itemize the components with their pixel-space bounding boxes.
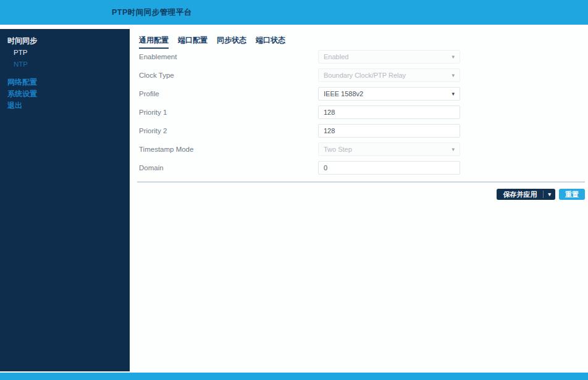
sidebar-item-system-settings[interactable]: 系统设置 (7, 88, 130, 100)
sidebar-item-network-config[interactable]: 网络配置 (7, 76, 130, 88)
enablement-select: Enabled ▾ (318, 50, 460, 64)
domain-input[interactable] (318, 161, 460, 175)
tab-general-config[interactable]: 通用配置 (139, 35, 169, 49)
sidebar: 时间同步 PTP NTP 网络配置 系统设置 退出 (0, 29, 130, 371)
form-row-priority-1: Priority 1 (139, 105, 460, 119)
tab-sync-status[interactable]: 同步状态 (217, 35, 246, 49)
main-content: 通用配置 端口配置 同步状态 端口状态 Enablement Enabled ▾… (130, 29, 588, 371)
chevron-down-icon: ▾ (452, 147, 455, 152)
form-actions-divider (137, 181, 585, 183)
chevron-down-icon[interactable]: ▾ (544, 189, 555, 200)
reset-button[interactable]: 重置 (559, 189, 585, 200)
sidebar-item-ntp[interactable]: NTP (14, 59, 130, 70)
form-row-timestamp-mode: Timestamp Mode Two Step ▾ (139, 142, 460, 156)
tab-port-status[interactable]: 端口状态 (256, 35, 285, 49)
timestamp-mode-label: Timestamp Mode (139, 146, 318, 153)
app-title: PTP时间同步管理平台 (112, 0, 192, 25)
form-row-priority-2: Priority 2 (139, 124, 460, 138)
sidebar-item-ptp[interactable]: PTP (14, 47, 130, 59)
priority-2-label: Priority 2 (139, 127, 318, 134)
profile-value: IEEE 1588v2 (324, 90, 363, 97)
profile-select[interactable]: IEEE 1588v2 ▾ (318, 87, 460, 101)
form-row-domain: Domain (139, 161, 460, 175)
app-window: PTP时间同步管理平台 时间同步 PTP NTP 网络配置 系统设置 退出 通用… (0, 0, 588, 380)
general-config-form: Enablement Enabled ▾ Clock Type Boundary… (139, 50, 460, 180)
priority-1-label: Priority 1 (139, 109, 318, 116)
profile-label: Profile (139, 90, 318, 97)
save-apply-split-button: 保存并应用 ▾ (497, 189, 555, 200)
bottom-bar (0, 373, 588, 380)
clock-type-select: Boundary Clock/PTP Relay ▾ (318, 68, 460, 82)
chevron-down-icon: ▾ (452, 73, 455, 78)
timestamp-mode-select: Two Step ▾ (318, 142, 460, 156)
form-row-profile: Profile IEEE 1588v2 ▾ (139, 87, 460, 101)
priority-2-input[interactable] (318, 124, 460, 138)
chevron-down-icon: ▾ (452, 54, 455, 60)
timestamp-mode-value: Two Step (324, 146, 352, 153)
form-actions: 保存并应用 ▾ 重置 (497, 189, 585, 200)
tab-bar: 通用配置 端口配置 同步状态 端口状态 (139, 35, 285, 49)
form-row-enablement: Enablement Enabled ▾ (139, 50, 460, 64)
priority-1-input[interactable] (318, 105, 460, 119)
sidebar-item-time-sync[interactable]: 时间同步 (7, 35, 130, 47)
enablement-value: Enabled (324, 53, 348, 60)
clock-type-label: Clock Type (139, 72, 318, 79)
chevron-down-icon: ▾ (452, 91, 455, 97)
domain-label: Domain (139, 164, 318, 171)
top-bar: PTP时间同步管理平台 (0, 0, 588, 25)
clock-type-value: Boundary Clock/PTP Relay (324, 72, 406, 79)
sidebar-gap (0, 70, 130, 76)
save-apply-button[interactable]: 保存并应用 (497, 189, 543, 200)
form-row-clock-type: Clock Type Boundary Clock/PTP Relay ▾ (139, 68, 460, 82)
enablement-label: Enablement (139, 53, 318, 60)
tab-port-config[interactable]: 端口配置 (178, 35, 208, 49)
sidebar-item-logout[interactable]: 退出 (7, 100, 130, 112)
